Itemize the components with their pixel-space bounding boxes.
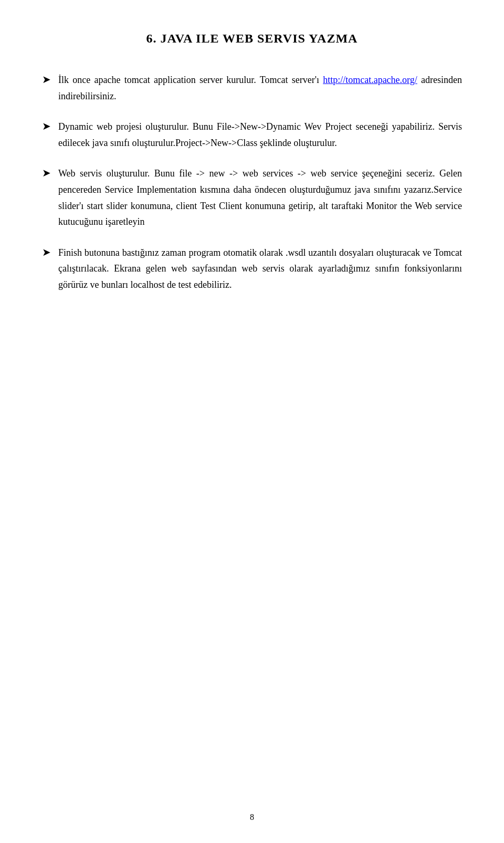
bullet-text-3: Web servis oluşturulur. Bunu file -> new… bbox=[58, 165, 462, 230]
chapter-title: 6. JAVA ILE WEB SERVIS YAZMA bbox=[42, 32, 462, 46]
page-container: 6. JAVA ILE WEB SERVIS YAZMA ➤ İlk once … bbox=[0, 0, 504, 843]
tomcat-link[interactable]: http://tomcat.apache.org/ bbox=[323, 75, 417, 85]
bullet-text-1: İlk once apache tomcat application serve… bbox=[58, 72, 462, 104]
bullet-section-1: ➤ İlk once apache tomcat application ser… bbox=[42, 72, 462, 104]
bullet-arrow-2: ➤ bbox=[42, 120, 51, 132]
bullet-text-2: Dynamic web projesi oluşturulur. Bunu Fi… bbox=[58, 119, 462, 151]
bullet-section-2: ➤ Dynamic web projesi oluşturulur. Bunu … bbox=[42, 119, 462, 151]
page-number: 8 bbox=[250, 813, 254, 822]
bullet-arrow-3: ➤ bbox=[42, 166, 51, 179]
bullet-arrow-4: ➤ bbox=[42, 246, 51, 258]
bullet-arrow-1: ➤ bbox=[42, 73, 51, 86]
bullet-text-4: Finish butonuna bastığınız zaman program… bbox=[58, 245, 462, 293]
bullet-section-3: ➤ Web servis oluşturulur. Bunu file -> n… bbox=[42, 165, 462, 230]
bullet-section-4: ➤ Finish butonuna bastığınız zaman progr… bbox=[42, 245, 462, 293]
